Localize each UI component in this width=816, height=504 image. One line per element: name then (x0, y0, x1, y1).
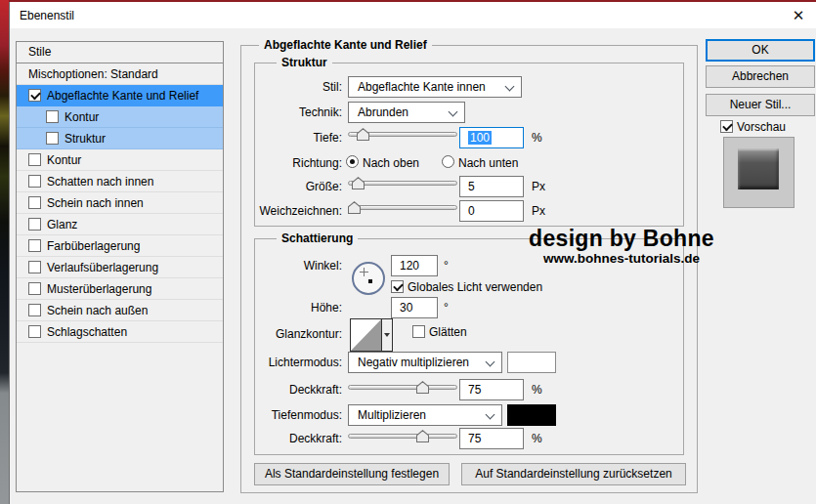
tiefe-label: Tiefe: (88, 131, 342, 146)
dropdown-arrow-icon[interactable] (381, 319, 392, 351)
angle-dial-center-dot (368, 279, 372, 283)
tiefe-input[interactable]: 100 (459, 127, 524, 148)
richtung-nach-oben-radio[interactable] (346, 155, 359, 168)
vorschau-label: Vorschau (737, 120, 786, 135)
weichzeichnen-input[interactable]: 0 (459, 200, 524, 222)
deckkraft1-unit: % (532, 379, 542, 400)
lichter-color-swatch[interactable] (507, 352, 556, 373)
slider-thumb[interactable] (416, 430, 429, 442)
hoehe-unit: ° (444, 297, 449, 318)
panel-title: Abgeflachte Kante und Relief (259, 38, 432, 52)
tiefen-color-swatch[interactable] (507, 404, 556, 426)
tiefe-input-value: 100 (468, 131, 492, 145)
tiefe-slider[interactable] (348, 128, 457, 141)
weichzeichnen-label: Weichzeichnen: (88, 204, 342, 219)
deckkraft1-label: Deckkraft: (88, 383, 342, 398)
groesse-input-value: 5 (468, 180, 475, 193)
sidebar-item-farbueberlagerung[interactable]: Farbüberlagerung (17, 235, 223, 257)
close-icon[interactable]: ✕ (786, 4, 811, 26)
checkbox-unchecked-icon[interactable] (28, 261, 41, 273)
chevron-down-icon (449, 107, 458, 117)
tiefenmodus-dropdown-value: Multiplizieren (358, 408, 426, 422)
checkbox-unchecked-icon[interactable] (28, 282, 41, 295)
deckkraft1-input[interactable]: 75 (459, 379, 524, 400)
technik-dropdown[interactable]: Abrunden (348, 102, 465, 123)
watermark-line1: design by Bohne (512, 226, 731, 251)
checkbox-unchecked-icon[interactable] (28, 304, 41, 316)
richtung-nach-oben-label: Nach oben (363, 156, 419, 171)
slider-thumb[interactable] (357, 128, 369, 141)
weichzeichnen-input-value: 0 (468, 204, 475, 218)
hoehe-input[interactable]: 30 (391, 297, 438, 318)
dialog-titlebar[interactable]: Ebenenstil ✕ (10, 2, 816, 28)
technik-label: Technik: (88, 105, 342, 120)
layer-style-dialog: Ebenenstil ✕ Stile Mischoptionen: Standa… (9, 2, 816, 504)
groesse-input[interactable]: 5 (459, 176, 524, 197)
background-image-strip (0, 0, 9, 504)
cancel-button[interactable]: Abbrechen (706, 65, 815, 88)
tiefenmodus-label: Tiefenmodus: (88, 408, 342, 423)
tiefe-unit: % (532, 127, 542, 148)
screenshot-stage: Ebenenstil ✕ Stile Mischoptionen: Standa… (0, 0, 816, 504)
hoehe-label: Höhe: (88, 301, 342, 315)
sidebar-item-musterueberlagerung[interactable]: Musterüberlagerung (17, 278, 223, 300)
globales-licht-label: Globales Licht verwenden (408, 280, 542, 295)
winkel-input-value: 120 (400, 259, 419, 273)
sidebar-item-label: Glanz (47, 218, 77, 231)
sidebar-item-label: Musterüberlagerung (47, 282, 151, 296)
checkbox-unchecked-icon[interactable] (28, 325, 41, 338)
slider-track[interactable] (348, 434, 457, 439)
checkbox-unchecked-icon[interactable] (46, 132, 59, 145)
sidebar-item-label: Farbüberlagerung (47, 239, 140, 253)
watermark-line2: www.bohnes-tutorials.de (512, 251, 731, 267)
winkel-input[interactable]: 120 (391, 255, 438, 276)
reset-default-button[interactable]: Auf Standardeinstellung zurücksetzen (461, 463, 686, 485)
technik-dropdown-value: Abrunden (358, 105, 408, 119)
glanzkontur-picker[interactable] (350, 318, 393, 352)
richtung-nach-unten-label: Nach unten (458, 156, 518, 171)
glaetten-checkbox[interactable] (412, 325, 425, 338)
groesse-label: Größe: (88, 180, 342, 194)
deckkraft2-slider[interactable] (348, 430, 457, 442)
slider-thumb[interactable] (416, 381, 429, 394)
slider-track[interactable] (348, 205, 457, 210)
weichzeichnen-unit: Px (532, 200, 545, 222)
deckkraft2-unit: % (532, 428, 542, 449)
set-default-button[interactable]: Als Standardeinstellung festlegen (254, 463, 450, 485)
checkbox-checked-icon[interactable] (28, 89, 41, 102)
new-style-button[interactable]: Neuer Stil... (706, 94, 815, 116)
chevron-down-icon (486, 357, 495, 367)
deckkraft1-slider[interactable] (348, 381, 457, 394)
globales-licht-checkbox[interactable] (391, 280, 404, 293)
chevron-down-icon (486, 410, 495, 420)
vorschau-checkbox[interactable] (720, 120, 733, 133)
slider-track[interactable] (348, 385, 457, 390)
richtung-nach-unten-radio[interactable] (442, 155, 454, 168)
slider-thumb[interactable] (352, 177, 365, 189)
checkbox-unchecked-icon[interactable] (28, 196, 41, 209)
deckkraft2-input[interactable]: 75 (459, 428, 524, 449)
checkbox-unchecked-icon[interactable] (28, 218, 41, 231)
hoehe-input-value: 30 (400, 301, 412, 315)
weichzeichnen-slider[interactable] (348, 201, 457, 214)
checkbox-unchecked-icon[interactable] (28, 175, 41, 188)
stil-dropdown[interactable]: Abgeflachte Kante innen (348, 76, 522, 98)
tiefenmodus-dropdown[interactable]: Multiplizieren (348, 404, 502, 426)
deckkraft1-input-value: 75 (468, 383, 481, 397)
slider-thumb[interactable] (348, 201, 361, 214)
sidebar-item-label: Mischoptionen: Standard (28, 67, 158, 81)
angle-dial[interactable] (352, 262, 385, 295)
struktur-legend: Struktur (277, 56, 332, 69)
groesse-slider[interactable] (348, 177, 457, 189)
lichtermodus-dropdown[interactable]: Negativ multiplizieren (348, 352, 502, 373)
checkbox-unchecked-icon[interactable] (46, 110, 59, 123)
sidebar-item-stile[interactable]: Stile (17, 42, 223, 63)
checkbox-unchecked-icon[interactable] (28, 239, 41, 252)
lichtermodus-dropdown-value: Negativ multiplizieren (358, 356, 469, 369)
chevron-down-icon (505, 82, 515, 92)
ok-button[interactable]: OK (706, 39, 815, 62)
lichtermodus-label: Lichtermodus: (88, 356, 342, 370)
richtung-label: Richtung: (88, 156, 342, 171)
winkel-unit: ° (444, 255, 449, 276)
checkbox-unchecked-icon[interactable] (28, 153, 41, 166)
